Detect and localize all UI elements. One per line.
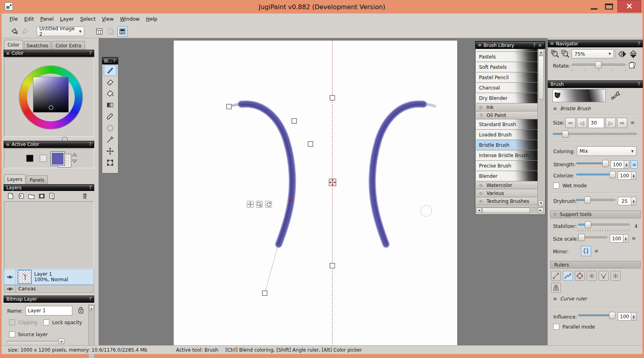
menu-item-select[interactable]: Select	[77, 14, 99, 23]
ellipse-ruler-button[interactable]	[575, 271, 585, 281]
layer-visibility-cell[interactable]	[4, 269, 16, 284]
tool-eraser[interactable]	[104, 76, 116, 88]
tool-palette-header[interactable]: Bi... ?	[102, 57, 118, 64]
size-increase-large-button[interactable]: ⇨	[617, 118, 627, 128]
help-icon[interactable]: ?	[89, 142, 91, 147]
panel-layout-button[interactable]	[117, 26, 128, 37]
scroll-up-button[interactable]: ▲	[538, 49, 544, 55]
drybrush-slider[interactable]	[576, 197, 615, 204]
brush-row-intense-bristle-brush[interactable]: Intense Bristle Brush	[476, 150, 537, 161]
layer-visibility-cell[interactable]	[4, 285, 16, 292]
flip-horizontal-button[interactable]	[617, 49, 627, 59]
curve-handle-ctrl2[interactable]	[308, 142, 313, 146]
line-ruler-button[interactable]	[551, 271, 561, 281]
menu-item-layer[interactable]: Layer	[57, 14, 77, 23]
help-icon[interactable]: ?	[533, 43, 535, 48]
new-folder-button[interactable]	[28, 193, 35, 200]
document-selector[interactable]: Untitled Image 2▼	[37, 27, 84, 36]
brush-settings-button[interactable]	[611, 90, 622, 101]
mirror-options-icon[interactable]: ≡	[594, 248, 598, 254]
minimize-button[interactable]	[588, 0, 601, 12]
size-slider[interactable]	[553, 130, 637, 138]
lock-icon[interactable]	[78, 306, 84, 314]
scroll-down-button[interactable]: ▼	[58, 339, 64, 344]
transparent-color-swatch[interactable]	[40, 155, 47, 162]
size-decrease-button[interactable]: ◁	[577, 118, 587, 128]
brush-row-pastel-pencil[interactable]: Pastel Pencil	[476, 72, 537, 83]
brush-list-vscrollbar[interactable]: ▲ ▼	[537, 49, 544, 206]
size-decrease-large-button[interactable]: ⇦	[565, 118, 576, 128]
brush-row-charcoal[interactable]: Charcoal	[476, 83, 537, 93]
brush-row-blender[interactable]: Blender	[476, 171, 537, 181]
help-icon[interactable]: ?	[638, 82, 640, 87]
canvas[interactable]	[174, 41, 457, 345]
size-scale-slider[interactable]	[578, 234, 607, 241]
black-color-swatch[interactable]	[26, 155, 33, 162]
curve-handle-ctrl1[interactable]	[292, 119, 297, 123]
bitmap-layer-header[interactable]: Bitmap Layer ?	[4, 296, 94, 303]
influence-spinner[interactable]: 100▲▼	[618, 312, 636, 321]
canvas-layer-row[interactable]: Canvas	[4, 285, 94, 293]
coloring-select[interactable]: Mix▼	[577, 146, 636, 156]
color-panel-header[interactable]: ≡ Color ?	[4, 50, 94, 57]
panel-menu-icon[interactable]: ≡	[478, 43, 481, 48]
scroll-down-button[interactable]: ▼	[538, 200, 544, 206]
close-button[interactable]: ×	[617, 0, 641, 12]
vscroll-thumb[interactable]	[538, 56, 544, 99]
tab-color[interactable]: Color	[4, 40, 23, 50]
brush-row-bristle-brush[interactable]: Bristle Brush	[476, 140, 537, 150]
brush-group-watercolor[interactable]: ▷Watercolor	[476, 181, 537, 189]
brush-group-oil-paint[interactable]: ▽Oil Paint	[476, 111, 537, 119]
layers-panel-header[interactable]: Layers ?	[4, 184, 94, 191]
brush-row-partial[interactable]	[476, 49, 537, 52]
strength-slider[interactable]	[576, 160, 609, 167]
tab-swatches[interactable]: Swatches	[24, 41, 51, 50]
brush-row-loaded-brush[interactable]: Loaded Brush	[476, 130, 537, 140]
delete-layer-button[interactable]	[81, 193, 89, 200]
sv-marker[interactable]	[49, 105, 53, 110]
tool-lasso-select[interactable]	[104, 123, 116, 134]
tab-panels[interactable]: Panels	[26, 175, 48, 184]
stamp-layer-button[interactable]: H	[48, 193, 56, 200]
help-icon[interactable]: ?	[89, 185, 91, 191]
drybrush-spinner[interactable]: 25▲▼	[618, 197, 636, 205]
tool-transform[interactable]	[104, 157, 116, 168]
lock-opacity-checkbox[interactable]	[43, 319, 49, 325]
tool-magic-wand[interactable]	[104, 134, 116, 145]
wet-mode-checkbox[interactable]	[553, 183, 559, 189]
pages-button[interactable]	[106, 26, 116, 37]
size-input[interactable]: 30	[588, 118, 604, 128]
brush-list-hscrollbar[interactable]: ◀ ▶	[476, 207, 544, 214]
strength-options-button[interactable]: ≡	[630, 160, 638, 169]
duplicate-layer-button[interactable]	[17, 193, 25, 200]
mirror-mode-button[interactable]	[581, 246, 591, 256]
help-icon[interactable]: ?	[638, 41, 640, 47]
tool-color-picker[interactable]	[104, 111, 116, 122]
menu-item-help[interactable]: Help	[143, 14, 161, 23]
layer-thumbnail[interactable]	[17, 270, 32, 284]
radial-ruler-button[interactable]	[587, 271, 597, 281]
brush-panel-header[interactable]: Brush ?	[548, 80, 643, 88]
scroll-right-button[interactable]: ▶	[538, 208, 543, 213]
tab-layers[interactable]: Layers	[4, 174, 25, 184]
brush-group-texturing-brushes[interactable]: ▷Texturing Brushes	[476, 197, 537, 205]
influence-slider[interactable]	[578, 312, 615, 319]
clipping-checkbox[interactable]	[9, 319, 15, 325]
active-color-panel-header[interactable]: ≡ Active Color ?	[4, 141, 94, 148]
panel-menu-icon[interactable]: ≡	[550, 41, 553, 46]
undo-button[interactable]	[10, 27, 19, 36]
size-scale-spinner[interactable]: 100▲▼	[610, 234, 628, 243]
layer-name-input[interactable]: Layer 1	[25, 306, 72, 315]
colorize-spinner[interactable]: 100▲▼	[618, 171, 636, 180]
symmetry-ruler-button[interactable]	[611, 271, 621, 281]
collapse-triangle-icon[interactable]: ▽	[480, 113, 483, 117]
brush-group-various[interactable]: ▷Various	[476, 189, 537, 197]
brush-library-header[interactable]: ≡ Brush Library ? ×	[475, 41, 545, 49]
menu-item-file[interactable]: File	[6, 14, 21, 23]
mirror-handle-top[interactable]	[330, 95, 335, 100]
swap-colors-icon[interactable]	[72, 153, 77, 163]
help-icon[interactable]: ?	[113, 58, 115, 63]
angle-ruler-button[interactable]	[599, 271, 609, 281]
strength-spinner[interactable]: 100▲▼	[611, 160, 629, 169]
ruler-move-button[interactable]	[247, 201, 254, 208]
